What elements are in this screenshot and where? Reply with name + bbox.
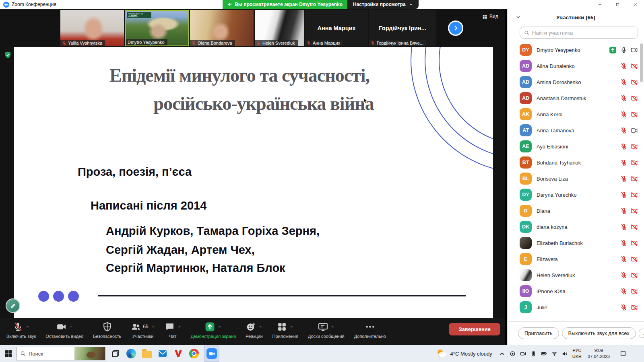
maximize-button[interactable] — [609, 0, 626, 9]
search-highlight-image[interactable] — [74, 347, 105, 360]
chrome-browser-icon[interactable] — [189, 348, 199, 359]
participant-name: Anna Korol — [537, 111, 615, 117]
participant-name: Arina Tamanova — [537, 128, 615, 134]
date: 07.04.2023 — [588, 354, 610, 360]
chevron-up-icon[interactable] — [151, 325, 155, 329]
annotate-button[interactable] — [6, 298, 20, 313]
tray-expand-button[interactable] — [499, 351, 505, 357]
participant-row[interactable]: AD Alina Dunaienko — [508, 58, 644, 74]
taskbar-search-input[interactable] — [29, 351, 73, 357]
toolbar-button[interactable]: Приложения — [268, 321, 303, 339]
toolbar-button[interactable]: Включить звук — [2, 321, 41, 339]
scrollbar-thumb[interactable] — [640, 43, 643, 82]
chevron-up-icon[interactable] — [290, 325, 293, 329]
participant-row[interactable]: DY Dmytro Yesypenko — [508, 42, 644, 58]
toolbar-button[interactable]: Чат — [160, 321, 186, 339]
task-view-button[interactable] — [110, 348, 121, 359]
tray-camera-icon[interactable] — [520, 351, 526, 357]
tray-record-icon[interactable] — [510, 351, 516, 357]
toolbar-button[interactable]: Реакции — [241, 321, 268, 339]
mute-all-button[interactable]: Выключить звук для всех — [562, 327, 636, 339]
toolbar-button[interactable]: Безопасность — [88, 321, 126, 339]
participant-row[interactable]: AT Arina Tamanova — [508, 122, 644, 138]
start-button[interactable] — [0, 350, 16, 357]
next-videos-button[interactable] — [448, 21, 463, 36]
battery-icon[interactable] — [541, 351, 547, 357]
action-center-button[interactable] — [620, 350, 626, 357]
end-meeting-button[interactable]: Завершение — [449, 323, 500, 335]
slide-title-line1: Епідемії минулого та сучасності, — [38, 65, 441, 86]
participant-status-icons — [620, 159, 638, 166]
chevron-up-icon[interactable] — [26, 325, 29, 329]
participant-row[interactable]: Helen Sverediuk — [508, 267, 644, 283]
participant-row[interactable]: BL Borisova Liza — [508, 171, 644, 187]
banner-text: Вы просматриваете экран Dmytro Yesypenko — [235, 2, 343, 7]
participant-row[interactable]: ІЮ iPhone Юля — [508, 283, 644, 299]
volume-icon[interactable] — [562, 351, 568, 357]
participant-row[interactable]: DK diana kozyna — [508, 219, 644, 235]
mic-muted-icon — [256, 41, 261, 45]
taskbar-search-box[interactable] — [16, 347, 105, 360]
avatar-initials: DY — [522, 192, 529, 197]
toolbar-button[interactable]: Дополнительно — [349, 321, 391, 339]
mic-on-icon — [620, 47, 627, 53]
clock[interactable]: 9:09 07.04.2023 — [588, 348, 610, 360]
file-explorer-icon[interactable] — [142, 348, 152, 359]
participant-row[interactable]: AE Aya Elbasioni — [508, 138, 644, 154]
participant-row[interactable]: D Diana — [508, 203, 644, 219]
participant-search-input[interactable] — [532, 30, 634, 36]
mail-app-icon[interactable] — [157, 348, 168, 359]
chevron-up-icon[interactable] — [178, 325, 181, 329]
video-tile[interactable]: Olena Bondareva — [190, 10, 254, 46]
video-tile-no-video[interactable]: Анна Марцих Анна Марцих — [305, 10, 368, 46]
video-tile-no-video[interactable]: Гордійчук Ірин... Гордійчук Ірина Вяче..… — [369, 10, 436, 46]
wifi-icon[interactable] — [551, 351, 557, 357]
participant-row[interactable]: Elizabeth Buriachok — [508, 235, 644, 251]
participant-row[interactable]: DY Daryna Yurechko — [508, 187, 644, 203]
mic-muted-icon — [307, 41, 311, 45]
participant-status-icons — [620, 79, 638, 86]
close-button[interactable] — [626, 0, 644, 9]
cam-off-icon — [631, 159, 638, 166]
toolbar-button[interactable]: Остановить видео — [41, 321, 88, 339]
more-options-button[interactable]: … — [639, 329, 644, 338]
mic-off-icon — [620, 208, 627, 214]
edge-browser-icon[interactable] — [126, 348, 136, 359]
grid-view-icon — [482, 14, 487, 19]
toolbar-button[interactable]: 65 Участники — [126, 321, 159, 339]
chevron-up-icon[interactable] — [331, 325, 334, 329]
participant-row[interactable]: AD Anastasia Darmostuk — [508, 90, 644, 106]
video-tile-active-speaker[interactable]: UNIVERSITY OF ALBERTA Dmytro Yesypenko — [125, 10, 189, 46]
toolbar-button[interactable]: Демонстрация экрана — [186, 321, 241, 339]
participant-row[interactable]: AD Amina Doroshenko — [508, 74, 644, 90]
participant-search-box[interactable] — [520, 27, 638, 39]
participant-name: Diana — [537, 208, 615, 214]
participant-row[interactable]: BT Bohdana Tsyhanok — [508, 154, 644, 171]
zoom-icon — [206, 348, 217, 359]
invite-button[interactable]: Пригласить — [518, 327, 559, 339]
toolbar-icon — [131, 322, 141, 332]
search-icon — [20, 351, 26, 356]
view-label: Вид — [489, 14, 498, 19]
collapse-panel-button[interactable] — [516, 14, 521, 20]
video-tile[interactable]: Yuliia Vyshnytska — [60, 10, 124, 46]
tray-phone-icon[interactable] — [530, 351, 537, 357]
video-tile[interactable]: Helen Sverediuk — [255, 10, 304, 46]
weather-widget[interactable]: 4°C Mostly cloudy — [437, 350, 492, 358]
language-indicator[interactable]: РУС UKR — [572, 348, 582, 360]
participant-row[interactable]: AK Anna Korol — [508, 106, 644, 122]
participant-avatar: D — [520, 205, 532, 217]
zoom-taskbar-button-active[interactable] — [204, 346, 219, 361]
minimize-button[interactable] — [591, 0, 609, 9]
view-button[interactable]: Вид — [482, 14, 498, 19]
chevron-up-icon[interactable] — [218, 325, 221, 329]
wps-office-icon[interactable] — [173, 348, 184, 359]
participant-row[interactable]: E Elizaveta — [508, 251, 644, 267]
participant-row[interactable]: J Julie — [508, 299, 644, 315]
view-settings-button[interactable]: Настройки просмотра — [347, 0, 419, 9]
participant-name: Elizaveta — [537, 256, 615, 262]
avatar-initials: AD — [522, 63, 529, 69]
chevron-up-icon[interactable] — [69, 325, 73, 329]
chevron-up-icon[interactable] — [259, 325, 262, 329]
toolbar-button[interactable]: Доски сообщений — [303, 321, 349, 339]
